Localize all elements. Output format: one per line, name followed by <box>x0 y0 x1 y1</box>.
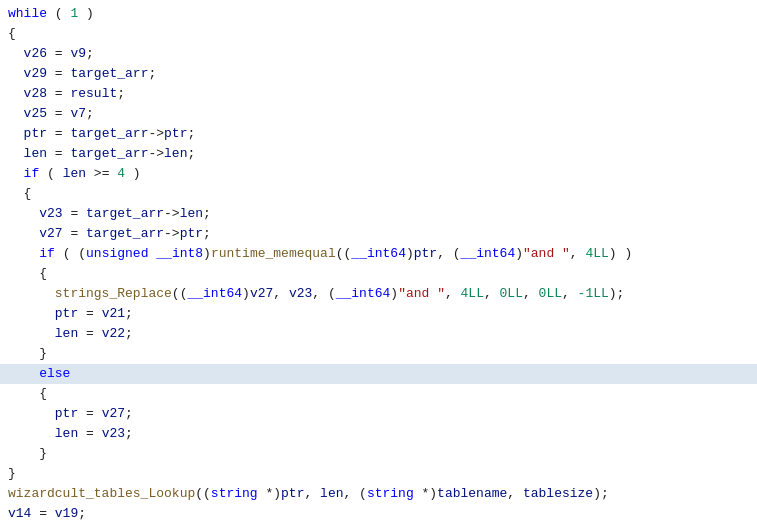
indent <box>8 444 39 464</box>
variable: v27 <box>250 284 273 304</box>
code-text: -> <box>164 204 180 224</box>
variable: v22 <box>102 324 125 344</box>
code-text <box>8 44 24 64</box>
code-text: ( <box>39 164 62 184</box>
code-text: ) <box>406 244 414 264</box>
code-text: ( ( <box>55 244 86 264</box>
code-text: ) <box>390 284 398 304</box>
code-line: } <box>0 344 757 364</box>
indent <box>8 364 39 384</box>
code-text: = <box>78 304 101 324</box>
code-text: ) <box>78 4 94 24</box>
indent <box>8 304 55 324</box>
code-line: strings_Replace((__int64)v27, v23, (__in… <box>0 284 757 304</box>
code-text: , <box>304 484 320 504</box>
indent <box>8 344 39 364</box>
indent <box>8 384 39 404</box>
function: strings_Replace <box>55 284 172 304</box>
indent <box>8 164 24 184</box>
code-text: = <box>47 104 70 124</box>
code-text: (( <box>336 244 352 264</box>
variable: ptr <box>55 404 78 424</box>
code-text: = <box>47 44 70 64</box>
variable: target_arr <box>70 144 148 164</box>
variable: tablename <box>437 484 507 504</box>
code-text: = <box>63 224 86 244</box>
code-line: ptr = v21; <box>0 304 757 324</box>
variable: len <box>55 424 78 444</box>
number: 4 <box>117 164 125 184</box>
variable: v23 <box>102 424 125 444</box>
code-text: , ( <box>343 484 366 504</box>
variable: v28 <box>24 84 47 104</box>
code-text: ; <box>125 424 133 444</box>
code-text: ; <box>78 504 86 524</box>
variable: len <box>320 484 343 504</box>
code-line: ptr = target_arr->ptr; <box>0 124 757 144</box>
variable: v27 <box>39 224 62 244</box>
code-text: = <box>47 84 70 104</box>
function: wizardcult_tables_Lookup <box>8 484 195 504</box>
indent <box>8 284 55 304</box>
variable: v23 <box>289 284 312 304</box>
code-text: -> <box>164 224 180 244</box>
code-line: len = v23; <box>0 424 757 444</box>
variable: len <box>55 324 78 344</box>
code-text: ) <box>203 244 211 264</box>
variable: ptr <box>24 124 47 144</box>
code-line: { <box>0 384 757 404</box>
variable: len <box>24 144 47 164</box>
variable: v25 <box>24 104 47 124</box>
code-text: ( <box>47 4 70 24</box>
code-text: { <box>39 264 47 284</box>
number: 4LL <box>585 244 608 264</box>
code-text: { <box>39 384 47 404</box>
keyword: __int8 <box>156 244 203 264</box>
code-line: } <box>0 444 757 464</box>
code-text: } <box>39 444 47 464</box>
code-line: len = v22; <box>0 324 757 344</box>
code-text: ; <box>117 84 125 104</box>
code-text: ) <box>515 244 523 264</box>
string: "and " <box>398 284 445 304</box>
variable: ptr <box>55 304 78 324</box>
code-line-highlighted: else <box>0 364 757 384</box>
keyword: __int64 <box>187 284 242 304</box>
function: runtime_memequal <box>211 244 336 264</box>
code-text: = <box>47 64 70 84</box>
variable: v27 <box>102 404 125 424</box>
code-text: = <box>47 124 70 144</box>
code-text: , <box>507 484 523 504</box>
variable: v23 <box>39 204 62 224</box>
keyword: if <box>24 164 40 184</box>
code-text: ; <box>125 304 133 324</box>
variable: len <box>63 164 86 184</box>
variable: v7 <box>70 104 86 124</box>
code-text: = <box>78 424 101 444</box>
code-text: ; <box>148 64 156 84</box>
code-text: = <box>78 404 101 424</box>
code-text: ; <box>86 44 94 64</box>
variable: target_arr <box>86 204 164 224</box>
string: "and " <box>523 244 570 264</box>
code-text: ); <box>593 484 609 504</box>
code-text: ; <box>86 104 94 124</box>
code-text: = <box>63 204 86 224</box>
code-line: if ( (unsigned __int8)runtime_memequal((… <box>0 244 757 264</box>
code-line: len = target_arr->len; <box>0 144 757 164</box>
code-text: ); <box>609 284 625 304</box>
code-text: -> <box>148 144 164 164</box>
code-text: , <box>484 284 500 304</box>
code-text: = <box>78 324 101 344</box>
code-text: , <box>562 284 578 304</box>
code-editor: while ( 1 ) { v26 = v9; v29 = target_arr… <box>0 0 757 525</box>
code-line: { <box>0 264 757 284</box>
code-text: ; <box>203 224 211 244</box>
indent <box>8 324 55 344</box>
code-text: >= <box>86 164 117 184</box>
keyword: while <box>8 4 47 24</box>
variable: v14 <box>8 504 31 524</box>
code-text: (( <box>172 284 188 304</box>
number: 0LL <box>539 284 562 304</box>
code-text: } <box>8 464 16 484</box>
